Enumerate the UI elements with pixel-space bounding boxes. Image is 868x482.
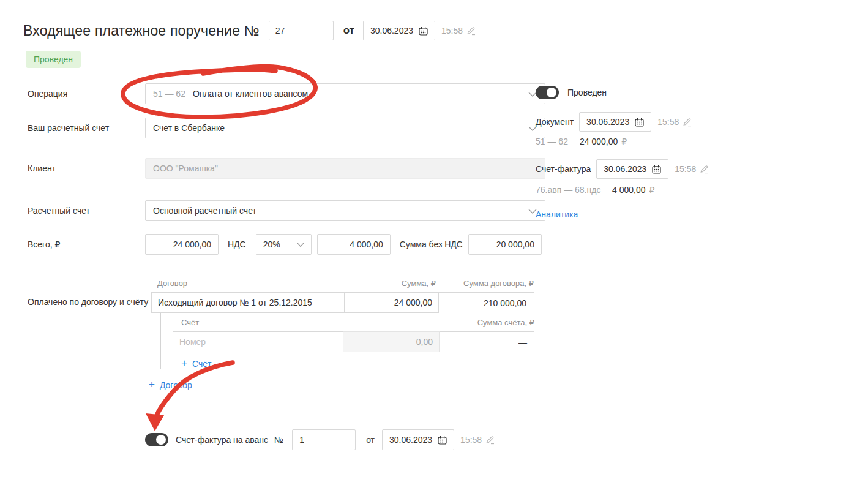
advance-date-value: 30.06.2023 [389, 435, 432, 445]
toggle-knob [156, 435, 166, 445]
vat-rate-value: 20% [263, 239, 280, 249]
contract-amount-input[interactable] [345, 292, 439, 313]
chevron-down-icon[interactable] [297, 243, 304, 247]
edit-time-icon[interactable] [682, 117, 692, 127]
contracts-table: Договор Сумма, ₽ Сумма договора, ₽ 210 0… [151, 276, 534, 390]
invoice-amount-column-header: Сумма счёта, ₽ [440, 318, 534, 327]
advance-number-label: № [274, 435, 283, 445]
payment-time: 15:58 [441, 26, 476, 36]
edit-time-icon[interactable] [699, 164, 709, 175]
settlement-account-row: Расчетный счет Основной расчетный счет [28, 200, 545, 221]
invoice-posting-code: 76.авп — 68.ндс [536, 185, 612, 195]
posted-toggle[interactable] [536, 86, 559, 99]
edit-time-icon[interactable] [466, 26, 476, 36]
client-value: ООО "Ромашка" [153, 164, 218, 173]
red-arrow-head [146, 413, 164, 431]
payment-number-input[interactable] [269, 21, 334, 40]
add-invoice-label: Счёт [192, 359, 211, 369]
operation-select[interactable]: 51 — 62 Оплата от клиентов авансом [145, 83, 545, 104]
invoice-date-input[interactable]: 30.06.2023 [596, 159, 668, 179]
header-ot-label: от [343, 24, 354, 37]
analytics-link[interactable]: Аналитика [536, 209, 725, 219]
no-vat-amount-input[interactable] [468, 234, 542, 255]
invoice-sub-header: Счёт Сумма счёта, ₽ [173, 314, 534, 331]
document-amount: 24 000,00 [580, 137, 618, 146]
page-header: Входящее платежное поручение № от 30.06.… [23, 21, 476, 40]
add-invoice-link[interactable]: + Счёт [181, 358, 211, 369]
advance-invoice-label: Счет-фактура на аванс [176, 435, 268, 445]
edit-time-icon[interactable] [485, 435, 495, 445]
operation-label: Операция [28, 83, 145, 104]
document-date-value: 30.06.2023 [586, 117, 629, 127]
contract-name-input[interactable] [151, 292, 345, 313]
advance-invoice-toggle[interactable] [145, 433, 168, 446]
payment-date-value: 30.06.2023 [370, 26, 413, 36]
payment-time-value: 15:58 [441, 26, 463, 36]
bank-account-value: Счет в Сбербанке [153, 123, 225, 133]
vat-rate-select[interactable]: 20% [256, 234, 312, 255]
bank-account-label: Ваш расчетный счет [28, 118, 145, 138]
payment-order-page: Входящее платежное поручение № от 30.06.… [0, 0, 868, 482]
payment-form: Операция 51 — 62 Оплата от клиентов аван… [28, 83, 545, 255]
calendar-icon[interactable] [438, 435, 447, 445]
invoice-row: 0,00 — [173, 331, 534, 352]
page-title: Входящее платежное поручение № [23, 23, 260, 39]
contracts-table-header: Договор Сумма, ₽ Сумма договора, ₽ [151, 276, 534, 292]
posted-toggle-row: Проведен [536, 86, 725, 99]
toggle-knob [547, 88, 556, 97]
operation-value: Оплата от клиентов авансом [193, 89, 308, 99]
invoice-date-value: 30.06.2023 [604, 164, 646, 174]
advance-time-value: 15:58 [460, 435, 482, 445]
invoice-number-input[interactable] [173, 331, 343, 352]
add-contract-label: Договор [160, 380, 192, 390]
ruble-sign: ₽ [649, 185, 655, 195]
document-date-input[interactable]: 30.06.2023 [579, 112, 651, 132]
paid-by-contract-label: Оплачено по договору и счёту [28, 276, 151, 390]
calendar-icon[interactable] [635, 118, 644, 127]
client-row: Клиент ООО "Ромашка" [28, 158, 545, 179]
client-field: ООО "Ромашка" [145, 158, 545, 179]
operation-code: 51 — 62 [153, 89, 185, 99]
no-vat-label: Сумма без НДС [400, 239, 463, 249]
advance-invoice-row: Счет-фактура на аванс № от 30.06.2023 15… [145, 429, 495, 450]
advance-number-input[interactable] [292, 429, 356, 450]
settlement-account-value: Основной расчетный счет [153, 206, 256, 216]
add-contract-link[interactable]: + Договор [149, 380, 192, 390]
document-date-row: Документ 30.06.2023 15:58 [536, 112, 725, 132]
client-label: Клиент [28, 158, 145, 179]
calendar-icon[interactable] [419, 26, 428, 36]
settlement-account-label: Расчетный счет [28, 200, 145, 221]
amount-column-header: Сумма, ₽ [345, 279, 439, 288]
paid-by-contract-section: Оплачено по договору и счёту Договор Сум… [28, 276, 534, 390]
posted-toggle-label: Проведен [567, 88, 607, 97]
invoice-column-header: Счёт [173, 318, 343, 327]
bank-account-select[interactable]: Счет в Сбербанке [145, 118, 545, 138]
advance-time: 15:58 [460, 435, 495, 445]
settlement-account-select[interactable]: Основной расчетный счет [145, 200, 545, 221]
contract-amount-column-header: Сумма договора, ₽ [439, 279, 534, 288]
invoice-amount: 4 000,00 [612, 185, 646, 195]
plus-icon: + [149, 379, 155, 390]
invoice-time: 15:58 [675, 164, 709, 175]
invoice-subsection: Счёт Сумма счёта, ₽ 0,00 — + Счёт [160, 313, 534, 369]
document-posting-row: 51 — 62 24 000,00 ₽ [536, 135, 725, 148]
invoice-label: Счет-фактура [536, 164, 591, 174]
posting-panel: Проведен Документ 30.06.2023 15:58 51 — … [536, 86, 725, 219]
invoice-total-dash: — [440, 331, 534, 352]
ruble-sign: ₽ [621, 137, 627, 146]
advance-date-input[interactable]: 30.06.2023 [382, 429, 454, 450]
bank-account-row: Ваш расчетный счет Счет в Сбербанке [28, 118, 545, 138]
total-amount-input[interactable] [145, 234, 219, 255]
operation-row: Операция 51 — 62 Оплата от клиентов аван… [28, 83, 545, 104]
totals-label: Всего, ₽ [28, 234, 145, 255]
payment-date-input[interactable]: 30.06.2023 [363, 21, 435, 40]
vat-amount-input[interactable] [317, 234, 391, 255]
invoice-posting-row: 76.авп — 68.ндс 4 000,00 ₽ [536, 184, 725, 196]
totals-row: Всего, ₽ НДС 20% Сумма без НДС [28, 234, 545, 255]
vat-label: НДС [228, 239, 246, 249]
status-badge: Проведен [26, 51, 81, 68]
invoice-date-row: Счет-фактура 30.06.2023 15:58 [536, 159, 725, 179]
invoice-time-value: 15:58 [675, 164, 696, 174]
calendar-icon[interactable] [652, 165, 661, 174]
advance-ot-label: от [366, 435, 375, 445]
